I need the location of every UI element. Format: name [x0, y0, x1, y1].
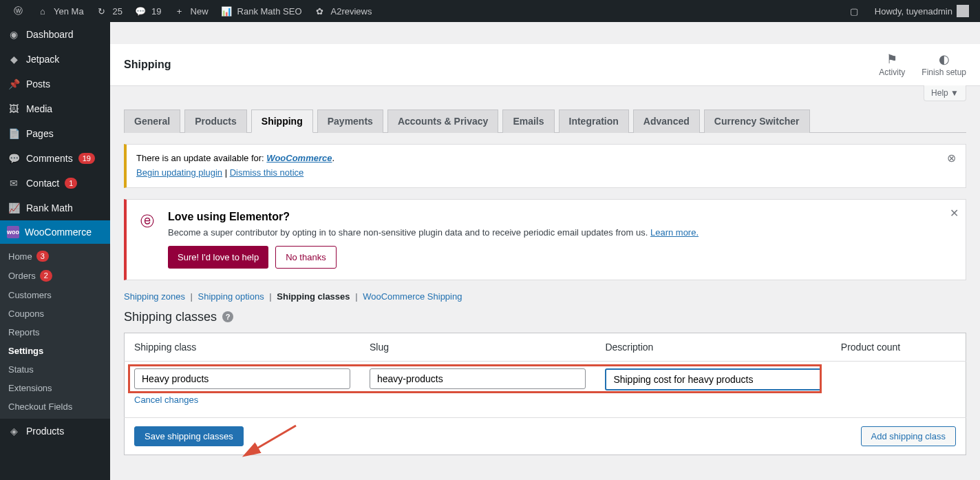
new-link[interactable]: +New	[167, 0, 214, 22]
gear-icon: ✿	[313, 4, 327, 18]
mail-icon: ✉	[7, 176, 21, 190]
subnav-zones[interactable]: Shipping zones	[124, 291, 185, 302]
help-button[interactable]: Help ▼	[924, 85, 966, 101]
submenu-label: Orders	[8, 271, 36, 281]
updates-link[interactable]: ↻25	[89, 0, 128, 22]
menu-label: Pages	[26, 128, 54, 139]
submenu-label: Extensions	[8, 383, 52, 393]
tab-advanced[interactable]: Advanced	[633, 109, 700, 133]
pin-icon: 📌	[7, 77, 21, 91]
subnav-classes: Shipping classes	[277, 291, 350, 302]
rankmath-link[interactable]: 📊Rank Math SEO	[214, 0, 308, 22]
notice-text: There is an update available for:	[136, 153, 266, 163]
submenu-label: Settings	[8, 346, 43, 356]
main-content: Shipping ⚑ Activity ◐ Finish setup Help …	[110, 44, 980, 480]
tab-accounts[interactable]: Accounts & Privacy	[387, 109, 499, 133]
settings-tabs: General Products Shipping Payments Accou…	[124, 109, 966, 133]
finish-setup-button[interactable]: ◐ Finish setup	[922, 52, 966, 77]
tab-payments[interactable]: Payments	[317, 109, 383, 133]
update-notice: There is an update available for: WooCom…	[124, 144, 966, 188]
submenu-coupons[interactable]: Coupons	[0, 304, 110, 323]
activity-button[interactable]: ⚑ Activity	[879, 52, 905, 77]
wp-logo[interactable]: ⓦ	[6, 0, 30, 22]
subnav-wcshipping[interactable]: WooCommerce Shipping	[363, 291, 462, 302]
submenu-customers[interactable]: Customers	[0, 286, 110, 304]
elementor-body-text: Become a super contributor by opting in …	[168, 227, 650, 238]
save-button[interactable]: Save shipping classes	[134, 426, 244, 446]
class-name-input[interactable]	[134, 368, 350, 389]
dismiss-button[interactable]: ⊗	[947, 152, 956, 165]
admin-bar: ⓦ ⌂Yen Ma ↻25 💬19 +New 📊Rank Math SEO ✿A…	[0, 0, 980, 22]
pages-icon: 📄	[7, 127, 21, 140]
learn-more-link[interactable]: Learn more.	[650, 227, 699, 238]
tab-currency[interactable]: Currency Switcher	[704, 109, 810, 133]
submenu-orders[interactable]: Orders2	[0, 266, 110, 285]
submenu-extensions[interactable]: Extensions	[0, 379, 110, 397]
add-class-button[interactable]: Add shipping class	[861, 426, 956, 446]
page-header: Shipping ⚑ Activity ◐ Finish setup	[110, 44, 980, 86]
description-input[interactable]	[605, 368, 821, 390]
menu-label: Jetpack	[26, 54, 59, 65]
shipping-classes-table: Shipping class Slug Description Product …	[124, 333, 966, 455]
elementor-body: Love using Elementor? Become a super con…	[168, 200, 966, 280]
avatar-icon	[957, 5, 969, 17]
tab-shipping[interactable]: Shipping	[251, 109, 313, 133]
subnav-options[interactable]: Shipping options	[198, 291, 264, 302]
home-icon: ⌂	[36, 4, 50, 18]
comments-link[interactable]: 💬19	[128, 0, 167, 22]
tab-emails[interactable]: Emails	[502, 109, 554, 133]
elementor-icon-col: ⓔ	[127, 200, 168, 280]
elementor-close-button[interactable]: ✕	[950, 207, 959, 220]
slug-input[interactable]	[370, 368, 586, 389]
menu-media[interactable]: 🖼Media	[0, 96, 110, 121]
menu-label: Contact	[26, 178, 59, 189]
close-icon: ⊗	[947, 152, 956, 164]
tab-integration[interactable]: Integration	[559, 109, 629, 133]
elementor-text: Become a super contributor by opting in …	[168, 227, 938, 238]
site-link[interactable]: ⌂Yen Ma	[30, 0, 89, 22]
refresh-icon: ↻	[95, 4, 109, 18]
elementor-icon: ⓔ	[140, 212, 154, 231]
notification-icon[interactable]: ▢	[842, 0, 866, 22]
menu-woocommerce[interactable]: wooWooCommerce	[0, 220, 110, 244]
th-count: Product count	[831, 333, 966, 361]
menu-rankmath[interactable]: 📈Rank Math	[0, 196, 110, 220]
menu-dashboard[interactable]: ◉Dashboard	[0, 22, 110, 47]
chat-icon: ▢	[847, 4, 861, 18]
header-actions: ⚑ Activity ◐ Finish setup	[879, 52, 966, 77]
submenu-label: Home	[8, 251, 32, 262]
a2reviews-link[interactable]: ✿A2reviews	[308, 0, 378, 22]
menu-label: Dashboard	[26, 29, 74, 40]
woo-icon: woo	[7, 226, 19, 238]
content-area: Help ▼ General Products Shipping Payment…	[110, 85, 980, 469]
submenu-reports[interactable]: Reports	[0, 323, 110, 342]
products-icon: ◈	[7, 424, 21, 438]
menu-comments[interactable]: 💬Comments19	[0, 146, 110, 171]
submenu-status[interactable]: Status	[0, 360, 110, 379]
menu-products[interactable]: ◈Products	[0, 419, 110, 444]
submenu-settings[interactable]: Settings	[0, 342, 110, 360]
wordpress-icon: ⓦ	[11, 4, 25, 18]
optin-yes-button[interactable]: Sure! I'd love to help	[168, 246, 268, 269]
dismiss-link[interactable]: Dismiss this notice	[230, 167, 304, 178]
section-title: Shipping classes ?	[124, 310, 966, 324]
table-footer: Save shipping classes Add shipping class	[125, 417, 966, 455]
table-row	[125, 361, 966, 393]
menu-contact[interactable]: ✉Contact1	[0, 171, 110, 196]
comments-count: 19	[151, 6, 161, 17]
menu-pages[interactable]: 📄Pages	[0, 121, 110, 146]
account-link[interactable]: Howdy, tuyenadmin	[869, 0, 974, 22]
cancel-changes-link[interactable]: Cancel changes	[125, 395, 208, 412]
begin-update-link[interactable]: Begin updating plugin	[136, 167, 222, 178]
tab-products[interactable]: Products	[184, 109, 247, 133]
menu-jetpack[interactable]: ◆Jetpack	[0, 47, 110, 72]
elementor-title: Love using Elementor?	[168, 211, 938, 223]
submenu-checkout-fields[interactable]: Checkout Fields	[0, 397, 110, 416]
optin-no-button[interactable]: No thanks	[275, 246, 337, 269]
notice-plugin-link[interactable]: WooCommerce	[266, 153, 332, 163]
submenu-home[interactable]: Home3	[0, 247, 110, 266]
tab-general[interactable]: General	[124, 109, 180, 133]
help-tooltip-icon[interactable]: ?	[222, 311, 233, 322]
jetpack-icon: ◆	[7, 52, 21, 66]
menu-posts[interactable]: 📌Posts	[0, 72, 110, 96]
